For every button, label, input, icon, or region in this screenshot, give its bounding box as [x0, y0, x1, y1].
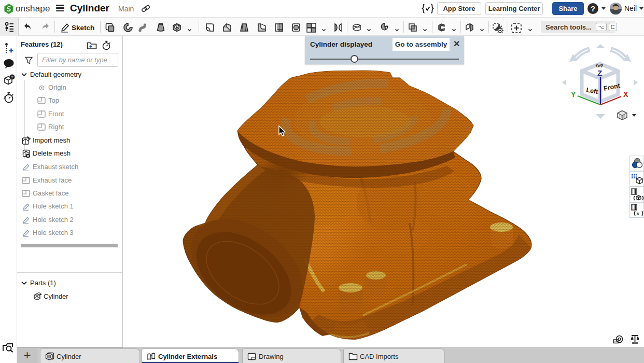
svg-text:Y: Y	[571, 90, 576, 99]
svg-text:x: x	[636, 210, 640, 216]
svg-text:X: X	[623, 90, 628, 99]
svg-text:?: ?	[11, 75, 13, 79]
svg-text:Z: Z	[597, 68, 602, 77]
